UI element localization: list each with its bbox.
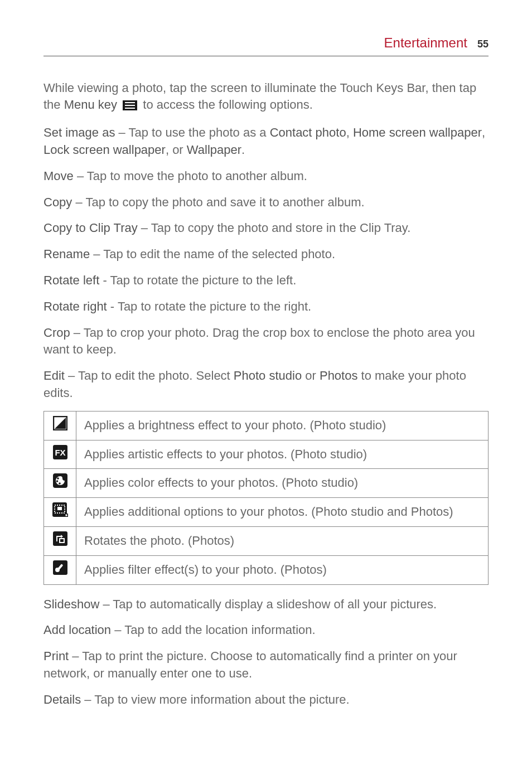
fx-icon: FX [53,445,67,459]
color-palette-icon [53,473,67,488]
table-row: Applies additional options to your photo… [44,498,489,527]
svg-point-11 [59,483,61,485]
term-wallpaper: Wallpaper [187,143,241,157]
svg-text:FX: FX [55,448,65,457]
table-row: Rotates the photo. (Photos) [44,526,489,555]
effect-desc: Applies color effects to your photos. (P… [76,469,489,498]
svg-rect-1 [125,102,135,103]
opt-label: Crop [43,326,70,340]
svg-point-9 [57,478,59,480]
opt-label: Copy [43,195,72,209]
opt-text: - Tap to rotate the picture to the left. [99,273,296,287]
period: . [241,143,245,157]
opt-text: – Tap to copy the photo and save it to a… [72,195,364,209]
comma: , [482,125,485,139]
option-print: Print – Tap to print the picture. Choose… [43,648,489,682]
effect-desc: Applies additional options to your photo… [76,498,489,527]
icon-cell: FX [44,440,76,469]
opt-label: Set image as [43,125,115,139]
opt-label: Edit [43,369,65,382]
opt-label: Add location [43,623,111,637]
opt-text: – Tap to edit the name of the selected p… [90,247,335,261]
option-rename: Rename – Tap to edit the name of the sel… [43,246,489,263]
table-row: Applies filter effect(s) to your photo. … [44,555,489,584]
opt-text: – Tap to print the picture. Choose to au… [43,649,457,680]
option-move: Move – Tap to move the photo to another … [43,168,489,185]
opt-text: – Tap to copy the photo and store in the… [138,221,411,235]
opt-text: - Tap to rotate the picture to the right… [107,299,311,313]
svg-rect-14 [57,507,62,510]
effect-desc: Applies filter effect(s) to your photo. … [76,555,489,584]
table-row: FX Applies artistic effects to your phot… [44,440,489,469]
option-slideshow: Slideshow – Tap to automatically display… [43,596,489,613]
opt-text: – Tap to view more information about the… [81,693,349,706]
page-number: 55 [477,37,489,51]
comma: , [346,125,353,139]
effect-desc: Applies artistic effects to your photos.… [76,440,489,469]
effect-desc: Rotates the photo. (Photos) [76,526,489,555]
opt-label: Copy to Clip Tray [43,221,138,235]
option-rotate-left: Rotate left - Tap to rotate the picture … [43,272,489,289]
mid: or [302,369,320,382]
term-photo-studio: Photo studio [234,369,302,382]
opt-label: Details [43,693,81,706]
brightness-icon [53,416,67,430]
additional-options-icon [52,502,68,517]
option-crop: Crop – Tap to crop your photo. Drag the … [43,325,489,359]
effect-desc: Applies a brightness effect to your phot… [76,411,489,440]
opt-label: Move [43,169,74,183]
svg-marker-5 [55,418,66,429]
intro-post: to access the following options. [143,98,313,112]
term-contact-photo: Contact photo [270,125,346,139]
icon-cell [44,498,76,527]
icon-cell [44,555,76,584]
table-row: Applies color effects to your photos. (P… [44,469,489,498]
menu-key-icon [123,98,137,115]
svg-rect-2 [125,105,135,106]
option-add-location: Add location – Tap to add the location i… [43,622,489,639]
icon-cell [44,469,76,498]
table-row: Applies a brightness effect to your phot… [44,411,489,440]
opt-text: – Tap to use the photo as a [115,125,269,139]
svg-rect-3 [125,108,135,109]
svg-point-10 [56,481,58,483]
section-title: Entertainment [384,33,467,52]
opt-label: Print [43,649,69,663]
opt-label: Rotate left [43,273,99,287]
option-rotate-right: Rotate right - Tap to rotate the picture… [43,298,489,316]
opt-text: – Tap to crop your photo. Drag the crop … [43,326,475,357]
opt-text: – Tap to automatically display a slidesh… [99,597,437,611]
opt-text: – Tap to move the photo to another album… [74,169,307,183]
effects-table: Applies a brightness effect to your phot… [43,411,489,585]
opt-label: Rotate right [43,299,107,313]
svg-rect-16 [65,515,67,516]
icon-cell [44,411,76,440]
intro-paragraph: While viewing a photo, tap the screen to… [43,80,489,116]
option-edit: Edit – Tap to edit the photo. Select Pho… [43,367,489,402]
term-photos: Photos [320,369,358,382]
option-copy: Copy – Tap to copy the photo and save it… [43,194,489,211]
page-header: Entertainment 55 [43,33,489,56]
filter-pen-icon [53,560,67,575]
opt-label: Rename [43,247,90,261]
opt-label: Slideshow [43,597,99,611]
icon-cell [44,526,76,555]
term-lock-wallpaper: Lock screen wallpaper [43,143,166,157]
opt-text: – Tap to edit the photo. Select [65,369,234,382]
option-set-image-as: Set image as – Tap to use the photo as a… [43,124,489,159]
comma: , or [166,143,187,157]
term-home-wallpaper: Home screen wallpaper [353,125,482,139]
rotate-icon [53,531,67,546]
opt-text: – Tap to add the location information. [111,623,316,637]
option-copy-clip-tray: Copy to Clip Tray – Tap to copy the phot… [43,220,489,237]
option-details: Details – Tap to view more information a… [43,691,489,709]
menu-key-label: Menu key [64,98,117,112]
